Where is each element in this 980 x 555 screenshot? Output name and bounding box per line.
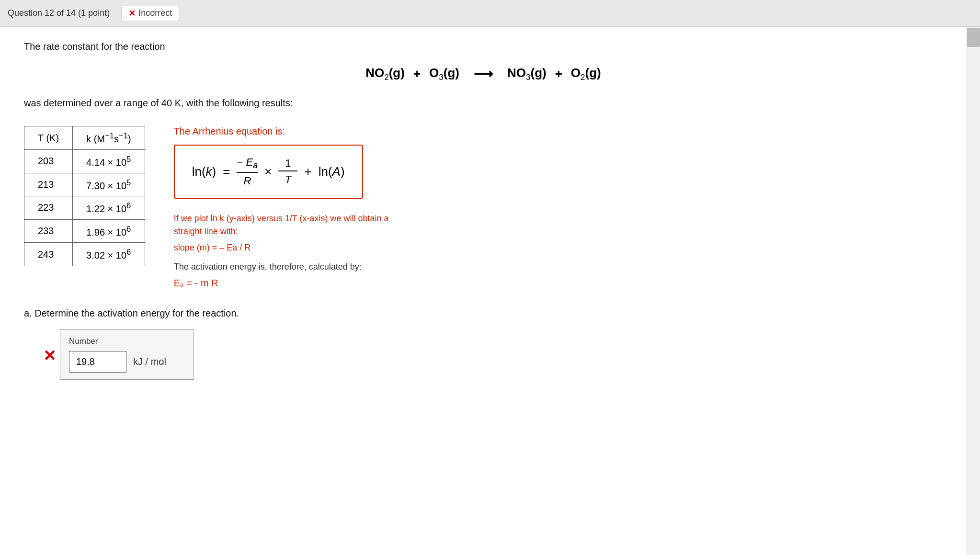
scrollbar-thumb[interactable] — [967, 28, 980, 47]
table-row: 233 1.96 × 106 — [24, 219, 145, 243]
k-223: 1.22 × 106 — [73, 196, 145, 220]
reactant1: NO2(g) — [365, 66, 405, 82]
t-233: 233 — [24, 219, 73, 243]
equals-sign: = — [223, 164, 230, 179]
table-row: 213 7.30 × 105 — [24, 173, 145, 196]
table-row: 223 1.22 × 106 — [24, 196, 145, 220]
answer-x-mark: ✕ — [43, 347, 56, 365]
k-233: 1.96 × 106 — [73, 219, 145, 243]
fraction-numerator: − Ea — [237, 156, 258, 172]
scrollbar-track[interactable] — [967, 27, 980, 555]
t-numerator: 1 — [278, 157, 297, 171]
data-table: T (K) k (M−1s−1) 203 4.14 × 105 213 7.30… — [24, 126, 145, 266]
two-column-section: T (K) k (M−1s−1) 203 4.14 × 105 213 7.30… — [24, 126, 943, 288]
ea-fraction: − Ea R — [237, 156, 258, 187]
activation-energy-text: The activation energy is, therefore, cal… — [174, 261, 404, 273]
header-bar: Question 12 of 14 (1 point) ✕ Incorrect — [0, 0, 980, 27]
answer-input[interactable] — [69, 351, 126, 373]
arrhenius-label: The Arrhenius equation is: — [174, 126, 943, 137]
product1: NO3(g) — [507, 66, 547, 82]
incorrect-x-icon: ✕ — [128, 8, 136, 19]
answer-box: Number kJ / mol — [60, 329, 194, 380]
arrhenius-equation: ln(k) = − Ea R × 1 T + — [192, 156, 345, 187]
t-243: 243 — [24, 243, 73, 266]
t-fraction: 1 T — [278, 157, 297, 186]
product2: O2(g) — [571, 66, 601, 82]
number-label: Number — [69, 337, 185, 346]
lna-term: ln(A) — [319, 164, 345, 179]
table-row: 243 3.02 × 106 — [24, 243, 145, 266]
k-203: 4.14 × 105 — [73, 149, 145, 173]
main-window: Question 12 of 14 (1 point) ✕ Incorrect … — [0, 0, 980, 555]
reaction-arrow: ⟶ — [474, 66, 493, 82]
plus2: + — [555, 67, 562, 81]
t-denominator: T — [285, 172, 291, 186]
k-243: 3.02 × 106 — [73, 243, 145, 266]
incorrect-label: Incorrect — [138, 8, 172, 18]
answer-unit: kJ / mol — [133, 356, 166, 367]
determined-text: was determined over a range of 40 K, wit… — [24, 98, 943, 109]
right-column: The Arrhenius equation is: ln(k) = − Ea … — [174, 126, 943, 288]
col1-header: T (K) — [24, 126, 73, 150]
times-sign: × — [264, 164, 272, 179]
plus1: + — [413, 67, 421, 81]
reactant2: O3(g) — [429, 66, 459, 82]
t-223: 223 — [24, 196, 73, 220]
main-content: The rate constant for the reaction NO2(g… — [0, 27, 967, 394]
k-213: 7.30 × 105 — [73, 173, 145, 196]
arrhenius-hint: If we plot ln k (y-axis) versus 1/T (x-a… — [174, 212, 404, 238]
part-a-text: a. Determine the activation energy for t… — [24, 308, 943, 319]
t-203: 203 — [24, 149, 73, 173]
slope-text: slope (m) = – Ea / R — [174, 243, 943, 253]
left-column: T (K) k (M−1s−1) 203 4.14 × 105 213 7.30… — [24, 126, 145, 266]
answer-input-row: kJ / mol — [69, 351, 185, 373]
fraction-denominator: R — [243, 174, 251, 187]
incorrect-badge: ✕ Incorrect — [121, 6, 179, 21]
answer-area: ✕ Number kJ / mol — [43, 329, 943, 380]
ea-formula: Eₐ = - m R — [174, 277, 943, 289]
question-label: Question 12 of 14 (1 point) — [8, 8, 110, 18]
intro-text: The rate constant for the reaction — [24, 41, 943, 52]
plus-sign: + — [304, 164, 311, 179]
lnk-term: ln(k) — [192, 164, 217, 179]
arrhenius-equation-box: ln(k) = − Ea R × 1 T + — [174, 145, 363, 198]
t-213: 213 — [24, 173, 73, 196]
table-row: 203 4.14 × 105 — [24, 149, 145, 173]
col2-header: k (M−1s−1) — [73, 126, 145, 150]
chemical-equation: NO2(g) + O3(g) ⟶ NO3(g) + O2(g) — [24, 66, 943, 82]
